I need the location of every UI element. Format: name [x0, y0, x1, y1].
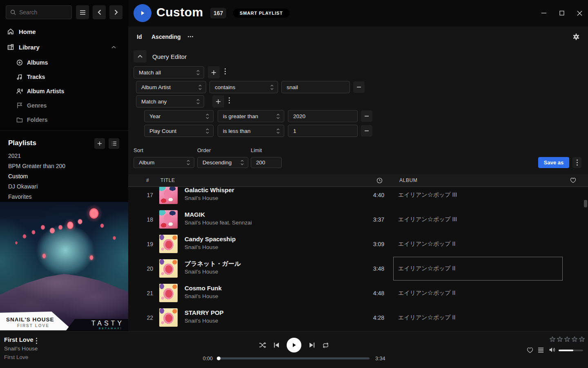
add-playlist-button[interactable] [94, 138, 105, 149]
select-chevrons-icon [206, 114, 209, 119]
sidebar-item-folders[interactable]: Folders [16, 115, 48, 124]
column-duration[interactable] [376, 174, 383, 186]
hamburger-icon [80, 10, 86, 15]
save-as-button[interactable]: Save as [538, 157, 569, 168]
now-playing-album-art[interactable]: SNAIL'S HOUSE FIRST LOVE TASTY BETAMAX! [0, 202, 128, 330]
rating-stars[interactable] [549, 336, 585, 342]
track-album[interactable]: エイリアン☆ポップ III [398, 187, 457, 207]
sort-order-button[interactable]: Ascending [151, 34, 181, 40]
scrollbar-thumb[interactable] [584, 200, 587, 207]
menu-button[interactable] [76, 5, 89, 19]
remove-rule-button[interactable] [353, 81, 365, 93]
sidebar-item-albums[interactable]: Albums [16, 58, 48, 67]
sidebar-item-tracks[interactable]: Tracks [16, 72, 45, 81]
settings-button[interactable] [572, 33, 580, 42]
rule-operator-select[interactable]: is greater than [218, 110, 284, 122]
match-select[interactable]: Match any [136, 95, 204, 108]
column-favorite[interactable] [570, 174, 576, 186]
minimize-icon [541, 10, 547, 16]
sort-select[interactable]: Album [134, 157, 194, 168]
next-button[interactable] [309, 342, 315, 348]
rule-operator-select[interactable]: is less than [218, 125, 284, 137]
shuffle-button[interactable] [259, 342, 266, 348]
chevron-up-icon[interactable] [111, 46, 116, 49]
track-row[interactable]: 17 Galactic Whisper Snail’s House 4:40 エ… [128, 187, 588, 207]
track-album[interactable]: エイリアン☆ポップ III [398, 207, 457, 232]
track-row[interactable]: 22 STARRY POP Snail’s House 4:28 エイリアン☆ポ… [128, 305, 588, 330]
maximize-button[interactable] [557, 8, 567, 18]
progress-knob[interactable] [217, 357, 220, 360]
previous-button[interactable] [274, 342, 280, 348]
now-playing-options-icon[interactable] [36, 338, 37, 344]
rule-operator-select[interactable]: contains [209, 81, 278, 93]
minimize-button[interactable] [539, 8, 549, 18]
repeat-button[interactable] [322, 342, 329, 348]
progress-bar[interactable] [218, 357, 370, 359]
play-button[interactable] [287, 338, 301, 352]
forward-button[interactable] [109, 5, 122, 19]
more-options-icon[interactable] [188, 36, 193, 37]
now-playing-album[interactable]: First Love [4, 354, 28, 360]
track-album[interactable]: エイリアン☆ポップ II [398, 305, 455, 330]
sort-field-button[interactable]: Id [137, 34, 142, 40]
rule-value-input[interactable]: snail [281, 81, 350, 93]
volume-button[interactable] [549, 347, 556, 353]
track-title: プラネット・ガール [185, 260, 241, 268]
sidebar-item-album-artists[interactable]: Album Artists [16, 87, 64, 96]
rule-field-select[interactable]: Year [144, 110, 214, 122]
track-row[interactable]: 18 MAGIK Snail’s House feat. Sennzai 3:3… [128, 207, 588, 232]
group-options-icon[interactable] [229, 97, 230, 103]
add-rule-button[interactable] [212, 95, 224, 108]
volume-slider[interactable] [559, 350, 583, 351]
add-rule-button[interactable] [208, 66, 220, 79]
favorite-button[interactable] [527, 347, 533, 353]
queue-button[interactable] [538, 347, 544, 353]
select-chevrons-icon [187, 160, 190, 165]
limit-input[interactable]: 200 [251, 157, 282, 168]
search-input[interactable]: Search [6, 5, 72, 19]
track-number: 21 [137, 281, 153, 305]
playlist-item[interactable]: 2021 [8, 153, 21, 159]
rule-value-input[interactable]: 2020 [288, 110, 358, 122]
track-album[interactable]: エイリアン☆ポップ II [398, 232, 455, 256]
query-editor-collapse-button[interactable] [134, 50, 147, 63]
group-options-icon[interactable] [225, 68, 226, 74]
column-index[interactable]: # [146, 174, 149, 186]
playlist-item[interactable]: DJ Okawari [8, 183, 38, 190]
save-options-button[interactable] [572, 157, 581, 168]
track-number: 22 [137, 305, 153, 330]
order-select[interactable]: Descending [197, 157, 248, 168]
playlist-play-button[interactable] [134, 4, 151, 22]
column-title[interactable]: TITLE [160, 174, 175, 186]
volume-fill [559, 350, 573, 351]
track-album[interactable]: エイリアン☆ポップ II [398, 281, 455, 305]
now-playing-title[interactable]: First Love [4, 336, 33, 343]
close-button[interactable] [575, 8, 584, 18]
limit-label: Limit [251, 147, 262, 153]
track-row[interactable]: 19 Candy Spaceship Snail’s House 3:09 エイ… [128, 232, 588, 256]
rule-field-select[interactable]: Album Artist [136, 81, 206, 93]
remove-rule-button[interactable] [361, 125, 372, 137]
minus-icon [364, 128, 369, 133]
duration-time: 3:34 [375, 356, 385, 361]
playlist-list-button[interactable] [109, 138, 119, 149]
rule-field-select[interactable]: Play Count [144, 125, 214, 137]
sort-label: Sort [134, 147, 143, 153]
sidebar-item-home[interactable]: Home [7, 27, 36, 36]
match-select[interactable]: Match all [134, 66, 204, 79]
library-label: Library [19, 44, 40, 51]
column-album[interactable]: ALBUM [399, 174, 417, 186]
sidebar-item-library[interactable]: Library [7, 43, 121, 52]
rule-value-input[interactable]: 1 [288, 125, 358, 137]
select-chevrons-icon [270, 85, 274, 90]
back-button[interactable] [93, 5, 106, 19]
now-playing-artist[interactable]: Snail’s House [4, 346, 38, 352]
track-row[interactable]: 21 Cosmo Funk Snail’s House 4:48 エイリアン☆ポ… [128, 281, 588, 305]
list-icon [111, 141, 117, 146]
plus-icon [97, 141, 102, 146]
remove-rule-button[interactable] [361, 110, 372, 122]
playlist-item-active[interactable]: Custom [8, 173, 28, 180]
sidebar-item-genres[interactable]: Genres [16, 101, 47, 110]
playlist-item[interactable]: BPM Greater than 200 [8, 163, 65, 169]
playlist-item[interactable]: Favorites [8, 193, 32, 200]
